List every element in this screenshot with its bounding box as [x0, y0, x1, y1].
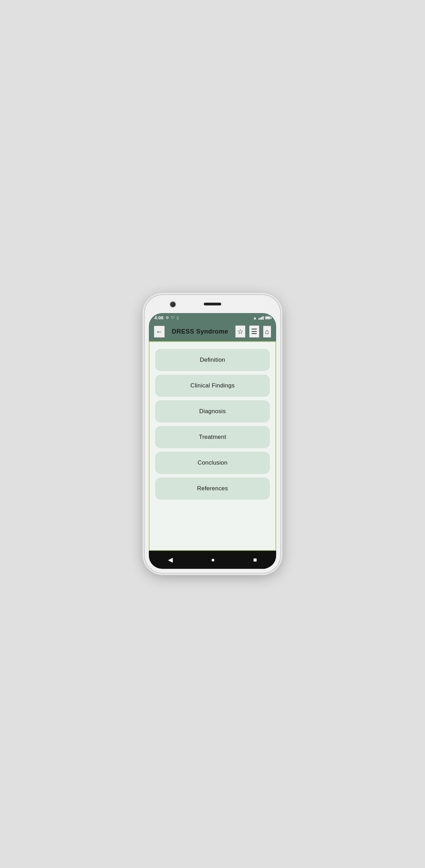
gear-icon: ⚙: [166, 316, 169, 320]
back-button[interactable]: ←: [154, 326, 165, 338]
status-time: 4:08: [154, 315, 163, 320]
app-bar-title: DRESS Syndrome: [165, 328, 235, 335]
main-content: DefinitionClinical FindingsDiagnosisTrea…: [149, 341, 276, 551]
menu-item-conclusion[interactable]: Conclusion: [155, 452, 270, 474]
menu-item-treatment[interactable]: Treatment: [155, 426, 270, 448]
app-bar-actions: ☆ ☰ ⌂: [235, 325, 271, 338]
wifi-icon: ▲: [253, 316, 257, 320]
signal-icon: [258, 316, 264, 320]
nav-home-button[interactable]: ●: [204, 555, 222, 565]
status-right-icons: ▲: [253, 316, 271, 320]
menu-button[interactable]: ☰: [249, 325, 259, 338]
nav-recent-button[interactable]: ■: [246, 555, 264, 565]
phone-screen: 4:08 ⚙ 🛡 ▯ ▲: [149, 313, 276, 569]
nav-bar: ◀ ● ■: [149, 551, 276, 569]
battery-small-icon: ▯: [177, 316, 179, 320]
camera: [170, 301, 176, 308]
status-bar: 4:08 ⚙ 🛡 ▯ ▲: [149, 313, 276, 322]
phone-device: 4:08 ⚙ 🛡 ▯ ▲: [145, 295, 280, 573]
menu-item-diagnosis[interactable]: Diagnosis: [155, 400, 270, 423]
app-bar: ← DRESS Syndrome ☆ ☰ ⌂: [149, 322, 276, 341]
home-button[interactable]: ⌂: [263, 326, 271, 338]
star-button[interactable]: ☆: [235, 325, 246, 338]
earpiece: [204, 303, 221, 305]
nav-back-button[interactable]: ◀: [161, 555, 180, 565]
menu-item-references[interactable]: References: [155, 477, 270, 500]
shield-icon: 🛡: [171, 316, 175, 320]
menu-item-definition[interactable]: Definition: [155, 349, 270, 371]
menu-item-clinical-findings[interactable]: Clinical Findings: [155, 375, 270, 397]
battery-icon: [265, 316, 271, 319]
